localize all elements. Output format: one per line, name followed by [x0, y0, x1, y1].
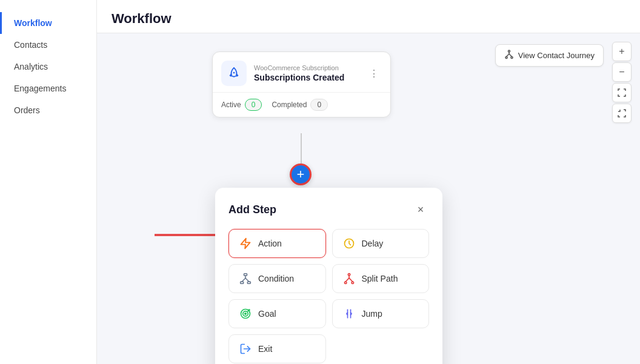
active-stat: Active 0: [221, 99, 262, 111]
fit-screen-button-2[interactable]: [612, 104, 632, 123]
svg-point-18: [245, 313, 247, 315]
canvas-area: View Contact Journey + −: [97, 33, 640, 364]
view-contact-journey-button[interactable]: View Contact Journey: [495, 44, 604, 67]
add-step-button[interactable]: +: [290, 164, 312, 185]
svg-point-2: [511, 57, 513, 59]
active-count: 0: [245, 99, 262, 111]
completed-count: 0: [310, 99, 328, 111]
condition-label: Condition: [258, 274, 294, 283]
svg-point-4: [233, 72, 235, 74]
main-header: Workflow: [97, 0, 640, 33]
step-item-action[interactable]: Action: [228, 229, 326, 258]
modal-close-button[interactable]: ×: [412, 201, 429, 218]
zoom-in-button[interactable]: +: [612, 42, 632, 61]
goal-label: Goal: [258, 309, 276, 319]
add-step-modal: Add Step × Action: [215, 188, 442, 364]
sidebar-item-workflow[interactable]: Workflow: [0, 12, 96, 34]
action-icon: [239, 237, 252, 250]
sidebar: Workflow Contacts Analytics Engagements …: [0, 0, 97, 364]
jump-icon: [342, 308, 356, 320]
node-menu-button[interactable]: ⋮: [366, 65, 382, 81]
connector-line: [301, 133, 302, 167]
svg-point-0: [508, 50, 510, 52]
sidebar-item-contacts[interactable]: Contacts: [0, 34, 96, 56]
completed-label: Completed: [272, 101, 307, 109]
split-icon: [342, 273, 356, 285]
node-title: Subscriptions Created: [254, 73, 359, 82]
main-content: Workflow View Contact Journey + −: [97, 0, 640, 364]
step-item-delay[interactable]: Delay: [332, 229, 430, 258]
step-item-condition[interactable]: Condition: [228, 264, 326, 293]
workflow-node: WooCommerce Subscription Subscriptions C…: [212, 51, 391, 117]
delay-icon: [342, 237, 356, 250]
exit-label: Exit: [258, 344, 272, 354]
step-item-jump[interactable]: Jump: [332, 299, 430, 328]
sidebar-item-analytics[interactable]: Analytics: [0, 56, 96, 78]
page-title: Workflow: [112, 11, 625, 27]
jump-label: Jump: [362, 309, 382, 319]
journey-icon: [504, 50, 514, 61]
node-subtitle: WooCommerce Subscription: [254, 64, 359, 71]
node-title-area: WooCommerce Subscription Subscriptions C…: [254, 64, 359, 82]
active-label: Active: [221, 101, 241, 109]
goal-icon: [239, 308, 252, 320]
zoom-out-button[interactable]: −: [612, 62, 632, 82]
exit-icon: [239, 343, 252, 355]
node-footer: Active 0 Completed 0: [213, 92, 390, 117]
svg-marker-6: [241, 239, 250, 249]
step-item-goal[interactable]: Goal: [228, 299, 326, 328]
step-grid: Action Delay: [228, 229, 429, 363]
condition-icon: [239, 273, 252, 285]
zoom-controls: + −: [612, 42, 632, 123]
view-journey-label: View Contact Journey: [518, 51, 595, 60]
step-item-exit[interactable]: Exit: [228, 334, 326, 363]
split-path-label: Split Path: [362, 274, 398, 283]
svg-point-1: [505, 57, 507, 59]
modal-header: Add Step ×: [228, 201, 429, 218]
modal-title: Add Step: [228, 204, 276, 216]
sidebar-item-orders[interactable]: Orders: [0, 99, 96, 121]
action-label: Action: [258, 239, 282, 248]
plus-icon: +: [297, 168, 305, 181]
sidebar-item-engagements[interactable]: Engagements: [0, 78, 96, 99]
fit-screen-button-1[interactable]: [612, 83, 632, 102]
step-item-split-path[interactable]: Split Path: [332, 264, 430, 293]
delay-label: Delay: [362, 239, 384, 248]
node-icon: [221, 61, 247, 86]
completed-stat: Completed 0: [272, 99, 328, 111]
node-header: WooCommerce Subscription Subscriptions C…: [213, 52, 390, 92]
